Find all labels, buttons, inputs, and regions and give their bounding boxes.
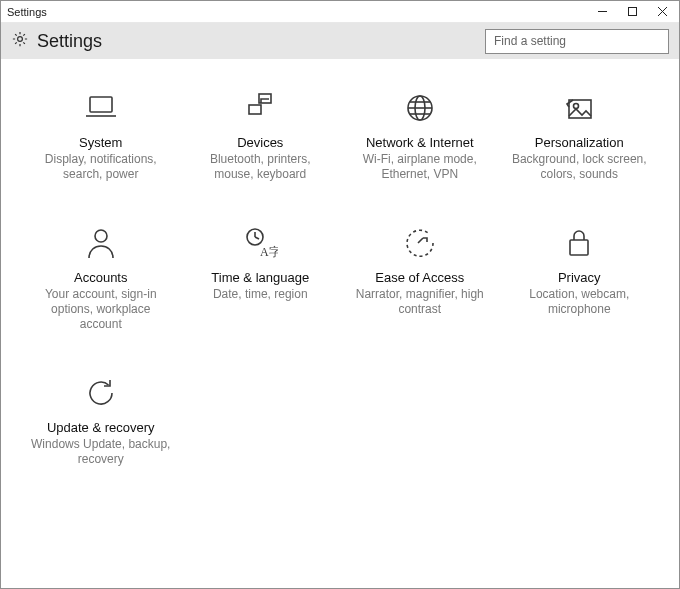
tile-desc: Location, webcam, microphone [510,287,650,317]
svg-point-4 [18,37,23,42]
window-title: Settings [7,6,47,18]
tile-desc: Bluetooth, printers, mouse, keyboard [191,152,331,182]
tile-desc: Wi-Fi, airplane mode, Ethernet, VPN [350,152,490,182]
update-icon [82,374,120,412]
laptop-icon [82,89,120,127]
settings-grid: System Display, notifications, search, p… [1,59,679,497]
tile-title: System [79,135,122,150]
person-icon [82,224,120,262]
close-button[interactable] [647,2,677,22]
search-input[interactable] [485,29,669,54]
gear-icon [11,30,29,52]
tile-desc: Narrator, magnifier, high contrast [350,287,490,317]
tile-devices[interactable]: Devices Bluetooth, printers, mouse, keyb… [191,89,331,182]
minimize-button[interactable] [587,2,617,22]
ease-of-access-icon [401,224,439,262]
tile-title: Devices [237,135,283,150]
tile-title: Update & recovery [47,420,155,435]
printer-icon [241,89,279,127]
header-bar: Settings [1,23,679,59]
svg-rect-21 [570,240,588,255]
svg-rect-8 [249,105,261,114]
tile-title: Accounts [74,270,127,285]
tile-system[interactable]: System Display, notifications, search, p… [31,89,171,182]
tile-desc: Date, time, region [213,287,308,302]
window-titlebar: Settings [1,1,679,23]
picture-icon [560,89,598,127]
svg-text:A字: A字 [260,245,278,259]
tile-ease-of-access[interactable]: Ease of Access Narrator, magnifier, high… [350,224,490,332]
page-title: Settings [37,31,102,52]
tile-title: Time & language [211,270,309,285]
lock-icon [560,224,598,262]
tile-desc: Windows Update, backup, recovery [31,437,171,467]
svg-line-19 [255,237,259,239]
tile-title: Network & Internet [366,135,474,150]
tile-update-recovery[interactable]: Update & recovery Windows Update, backup… [31,374,171,467]
svg-rect-5 [90,97,112,112]
svg-rect-14 [569,100,591,118]
svg-rect-1 [628,8,636,16]
tile-desc: Your account, sign-in options, workplace… [31,287,171,332]
svg-point-16 [95,230,107,242]
tile-time-language[interactable]: A字 Time & language Date, time, region [191,224,331,332]
tile-title: Ease of Access [375,270,464,285]
tile-title: Personalization [535,135,624,150]
tile-network[interactable]: Network & Internet Wi-Fi, airplane mode,… [350,89,490,182]
tile-desc: Display, notifications, search, power [31,152,171,182]
tile-accounts[interactable]: Accounts Your account, sign-in options, … [31,224,171,332]
clock-language-icon: A字 [241,224,279,262]
tile-personalization[interactable]: Personalization Background, lock screen,… [510,89,650,182]
tile-privacy[interactable]: Privacy Location, webcam, microphone [510,224,650,332]
svg-point-15 [574,104,579,109]
tile-desc: Background, lock screen, colors, sounds [510,152,650,182]
tile-title: Privacy [558,270,601,285]
globe-icon [401,89,439,127]
maximize-button[interactable] [617,2,647,22]
